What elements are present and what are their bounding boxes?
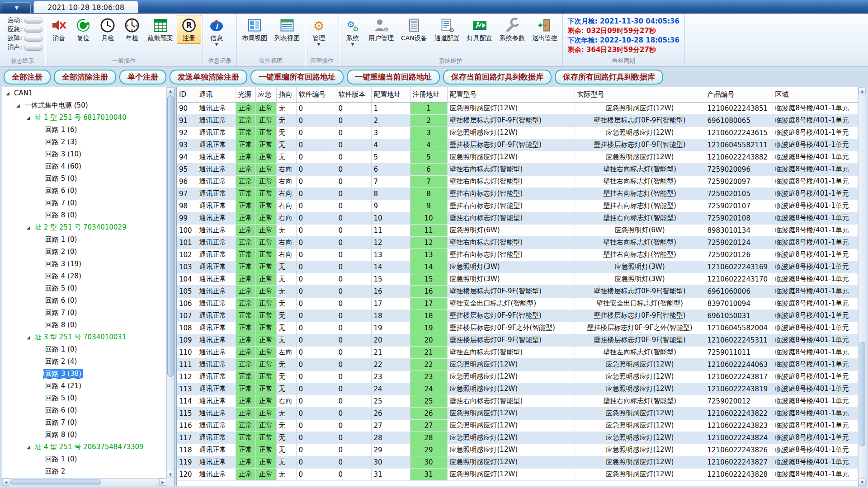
table-row[interactable]: 112通讯正常正常正常无002323应急照明感应灯(12W)应急照明感应灯(12…: [177, 371, 858, 383]
table-row[interactable]: 101通讯正常正常正常右向001212壁挂右向标志灯(智能型)壁挂右向标志灯(智…: [177, 236, 858, 249]
table-row[interactable]: 96通讯正常正常正常右向0077壁挂右向标志灯(智能型)壁挂右向标志灯(智能型)…: [177, 175, 858, 188]
fault-indicator[interactable]: [24, 36, 42, 42]
action-button[interactable]: 单个注册: [119, 70, 166, 84]
action-button[interactable]: 发送单独清除注册: [170, 70, 247, 84]
table-row[interactable]: 100通讯正常正常正常无001111应急照明灯(6W)应急照明灯(6W)8983…: [177, 224, 858, 236]
layout-view-button[interactable]: 布局视图: [238, 15, 271, 44]
lamp-config-button[interactable]: 灯具配置: [463, 15, 496, 44]
column-header[interactable]: 光源: [236, 87, 255, 102]
table-row[interactable]: 95通讯正常正常正常右向0066壁挂右向标志灯(智能型)壁挂右向标志灯(智能型)…: [177, 163, 858, 175]
tree-item[interactable]: 回路 2 (0): [2, 246, 166, 258]
register-button[interactable]: R 注册: [177, 15, 201, 44]
tree-item[interactable]: ◢址 1 型 251 号 6817010040: [2, 112, 166, 124]
column-header[interactable]: 软件版本: [336, 87, 371, 102]
tree-horizontal-scrollbar[interactable]: ◀ ▶: [2, 478, 166, 486]
exit-monitor-button[interactable]: 退出监控: [528, 15, 561, 44]
tree-item[interactable]: 回路 2 (4): [2, 356, 166, 368]
table-row[interactable]: 116通讯正常正常正常无002727应急照明感应灯(12W)应急照明感应灯(12…: [177, 419, 858, 432]
table-row[interactable]: 114通讯正常正常正常右向002525壁挂右向标志灯(智能型)壁挂右向标志灯(智…: [177, 395, 858, 407]
tree-item[interactable]: 回路 4 (21): [2, 380, 166, 392]
tree-item[interactable]: 回路 5 (0): [2, 173, 166, 185]
tree-item[interactable]: 回路 8 (0): [2, 209, 166, 221]
table-row[interactable]: 117通讯正常正常正常无002828应急照明感应灯(12W)应急照明感应灯(12…: [177, 432, 858, 444]
tree-item[interactable]: 回路 1 (0): [2, 453, 166, 465]
table-row[interactable]: 90通讯正常正常正常无0011应急照明感应灯(12W)应急照明感应灯(12W)1…: [177, 102, 858, 114]
table-row[interactable]: 93通讯正常正常正常无0044壁挂楼层标志灯0F-9F(智能型)壁挂楼层标志灯0…: [177, 139, 858, 151]
manage-button[interactable]: ⚙ 管理 ▼: [307, 15, 331, 47]
tree-item[interactable]: 回路 7 (0): [2, 197, 166, 209]
table-row[interactable]: 92通讯正常正常正常无0033应急照明感应灯(12W)应急照明感应灯(12W)1…: [177, 127, 858, 139]
scrollbar-thumb[interactable]: [167, 95, 174, 377]
start-indicator[interactable]: [24, 18, 42, 23]
table-row[interactable]: 118通讯正常正常正常无002929应急照明感应灯(12W)应急照明感应灯(12…: [177, 444, 858, 456]
column-header[interactable]: 配置型号: [447, 87, 575, 102]
column-header[interactable]: 产品编号: [705, 87, 773, 102]
table-row[interactable]: 99通讯正常正常正常右向001010壁挂右向标志灯(智能型)壁挂右向标志灯(智能…: [177, 212, 858, 224]
tree-item[interactable]: 回路 2 (3): [2, 136, 166, 148]
table-row[interactable]: 120通讯正常正常正常无003131应急照明感应灯(12W)应急照明感应灯(12…: [177, 468, 858, 480]
tree-item[interactable]: 回路 4 (28): [2, 270, 166, 282]
tree-vertical-scrollbar[interactable]: ▲ ▼: [166, 87, 174, 478]
action-button[interactable]: 一键重编所有回路地址: [250, 70, 344, 84]
table-row[interactable]: 91通讯正常正常正常无0022壁挂楼层标志灯0F-9F(智能型)壁挂楼层标志灯0…: [177, 114, 858, 127]
scroll-left-icon[interactable]: ◀: [2, 479, 9, 486]
action-button[interactable]: 全部注册: [4, 70, 51, 84]
tree-item[interactable]: 回路 7 (0): [2, 417, 166, 429]
evacuation-plan-button[interactable]: 疏散预案: [144, 15, 177, 44]
tree-item[interactable]: 回路 3 (10): [2, 148, 166, 160]
action-button[interactable]: 一键重编当前回路地址: [347, 70, 440, 84]
scroll-up-icon[interactable]: ▲: [167, 87, 174, 94]
channel-config-button[interactable]: ⚙ 通道配置: [431, 15, 463, 44]
tree-item[interactable]: 回路 8 (0): [2, 429, 166, 441]
emergency-indicator[interactable]: [24, 27, 42, 33]
tree-item[interactable]: 回路 7 (0): [2, 307, 166, 319]
table-row[interactable]: 102通讯正常正常正常右向001313壁挂右向标志灯(智能型)壁挂右向标志灯(智…: [177, 249, 858, 261]
tree-item[interactable]: ◢址 2 型 251 号 7034010029: [2, 221, 166, 234]
mute-button[interactable]: 消音: [47, 15, 71, 44]
tree-item[interactable]: 回路 6 (0): [2, 295, 166, 307]
scroll-down-icon[interactable]: ▼: [859, 479, 866, 486]
datetime-tab[interactable]: 2021-10-28 18:06:08: [33, 1, 138, 13]
table-row[interactable]: 108通讯正常正常正常无001919壁挂楼层标志灯0F-9F之外(智能型)壁挂楼…: [177, 322, 858, 334]
table-row[interactable]: 105通讯正常正常正常无001616壁挂楼层标志灯0F-9F(智能型)壁挂楼层标…: [177, 285, 858, 297]
scrollbar-thumb[interactable]: [859, 342, 865, 446]
table-row[interactable]: 107通讯正常正常正常无001818壁挂楼层标志灯0F-9F(智能型)壁挂楼层标…: [177, 310, 858, 322]
tree-item[interactable]: 回路 3 (38): [2, 368, 166, 380]
tree-item[interactable]: 回路 1 (0): [2, 343, 166, 356]
table-row[interactable]: 104通讯正常正常正常无001515应急照明灯(3W)应急照明灯(3W)1210…: [177, 273, 858, 285]
column-header[interactable]: ID: [177, 87, 197, 102]
tree-item[interactable]: 回路 5 (0): [2, 282, 166, 295]
table-row[interactable]: 110通讯正常正常正常左向002121壁挂左向标志灯(智能型)壁挂左向标志灯(智…: [177, 346, 858, 358]
tree-item[interactable]: 回路 8 (0): [2, 319, 166, 331]
monthly-check-button[interactable]: 月检: [95, 15, 120, 44]
table-row[interactable]: 106通讯正常正常正常无001717壁挂安全出口标志灯(智能型)壁挂安全出口标志…: [177, 297, 858, 310]
column-header[interactable]: 实际型号: [575, 87, 705, 102]
column-header[interactable]: 区域: [773, 87, 858, 102]
annual-check-button[interactable]: 年检: [120, 15, 144, 44]
column-header[interactable]: 软件编号: [296, 87, 336, 102]
column-header[interactable]: 通讯: [197, 87, 236, 102]
table-row[interactable]: 113通讯正常正常正常无002424应急照明感应灯(12W)应急照明感应灯(12…: [177, 383, 858, 395]
table-row[interactable]: 103通讯正常正常正常无001414应急照明灯(3W)应急照明灯(3W)1210…: [177, 261, 858, 273]
info-button[interactable]: i 信息 ▼: [204, 15, 229, 47]
tree-expander-icon[interactable]: ◢: [27, 441, 33, 453]
table-vertical-scrollbar[interactable]: ▲ ▼: [858, 87, 866, 486]
system-params-button[interactable]: 系统参数: [496, 15, 528, 44]
tree-item[interactable]: 回路 5 (0): [2, 392, 166, 404]
table-row[interactable]: 115通讯正常正常正常无002626应急照明感应灯(12W)应急照明感应灯(12…: [177, 407, 858, 419]
tree-expander-icon[interactable]: ◢: [6, 87, 13, 99]
scroll-right-icon[interactable]: ▶: [159, 479, 166, 486]
scrollbar-thumb[interactable]: [10, 479, 101, 485]
tree-item[interactable]: ◢CAN1: [2, 87, 166, 99]
user-manage-button[interactable]: ⚙ 用户管理: [365, 15, 397, 44]
tree-item[interactable]: ◢一体式集中电源 (50): [2, 99, 166, 112]
tree-item[interactable]: 回路 1 (6): [2, 124, 166, 136]
column-header[interactable]: 应急: [255, 87, 276, 102]
reset-button[interactable]: 复位: [71, 15, 95, 44]
tree-item[interactable]: 回路 2: [2, 465, 166, 478]
list-view-button[interactable]: 列表视图: [271, 15, 303, 44]
app-menu-button[interactable]: ▼: [3, 2, 31, 13]
can-device-button[interactable]: CAN设备: [397, 15, 431, 44]
table-row[interactable]: 97通讯正常正常正常右向0088壁挂右向标志灯(智能型)壁挂右向标志灯(智能型)…: [177, 188, 858, 200]
tree-item[interactable]: 回路 6 (0): [2, 185, 166, 197]
